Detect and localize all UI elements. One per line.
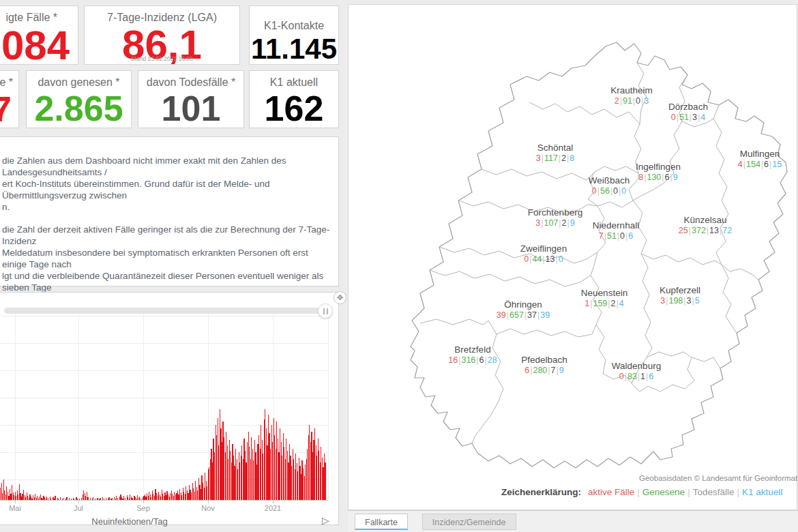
municipality-mulfingen[interactable]: Mulfingen4|154|6|15 [738,149,782,169]
pause-icon [323,308,325,314]
covid-dashboard: igte Fälle * 084 7-Tage-Inzidenz (LGA) 8… [0,0,798,532]
tick-label: Jul [74,504,83,512]
stat-label: davon Todesfälle * [138,76,243,89]
municipality-name: Pfedelbach [521,355,567,365]
municipality-weibach[interactable]: Weißbach0|56|0|0 [589,175,630,196]
info-panel: die Zahlen aus dem Dashboard nicht immer… [0,136,339,286]
stat-card-7-day-incidence: 7-Tage-Inzidenz (LGA) 86,1 Stand 23.02.2… [84,5,240,65]
stat-value: 101 [138,91,243,126]
municipality-name: Bretzfeld [448,344,497,355]
legend-title: Zeichenerklärung: [501,487,581,497]
stat-card-recovered: davon genesen * 2.865 [26,70,132,128]
municipality-case-numbers: 3|198|3|5 [660,296,700,306]
chart-bar [108,497,109,500]
municipality-name: Forchtenberg [528,207,582,218]
stat-card-deaths: davon Todesfälle * 101 [138,70,244,128]
municipality-case-numbers: 3|117|2|8 [536,153,575,163]
stat-value: 2.865 [27,91,131,126]
stat-timestamp: Stand 23.02.2021 16:00 [85,55,239,62]
stat-card-confirmed-cases: igte Fälle * 084 [0,5,78,65]
municipality-name: Schöntal [536,143,575,153]
chart-bar [87,497,88,500]
bar-chart-new-infections[interactable] [0,306,334,500]
tick-mark [208,500,209,503]
municipality-kupferzell[interactable]: Kupferzell3|198|3|5 [660,285,700,306]
municipality-ingelfingen[interactable]: Ingelfingen8|130|6|9 [636,162,681,182]
stat-card-k1-current: K1 aktuell 162 [249,70,339,128]
tab-fallkarte[interactable]: Fallkarte [355,514,408,530]
legend-item: aktive Fälle [588,487,634,497]
municipality-name: Niedernhall [593,220,639,231]
chart-bar [112,498,113,500]
tick-mark [143,500,144,503]
municipality-forchtenberg[interactable]: Forchtenberg3|107|2|9 [528,207,582,228]
municipality-case-numbers: 0|51|3|4 [668,113,708,122]
municipality-zweiflingen[interactable]: Zweiflingen0|44|13|0 [520,243,567,264]
chart-bar [63,498,64,500]
chart-bar [117,498,118,500]
municipality-waldenburg[interactable]: Waldenburg0|83|1|6 [612,361,661,381]
municipality-case-numbers: 0|56|0|0 [589,186,630,196]
municipality-niedernhall[interactable]: Niedernhall7|51|0|6 [593,220,639,241]
municipality-name: Waldenburg [612,361,661,371]
municipality-drzbach[interactable]: Dörzbach0|51|3|4 [668,102,708,122]
legend-item: Genesene [642,487,685,497]
chart-bar [100,498,101,500]
municipality-schntal[interactable]: Schöntal3|117|2|8 [536,143,575,163]
map-panel[interactable] [348,4,797,510]
time-slider-track[interactable] [4,308,325,314]
municipality-case-numbers: 3|107|2|9 [528,218,582,228]
pause-icon [327,308,328,314]
municipality-knzelsau[interactable]: Künzelsau25|372|13|72 [679,215,732,235]
chart-bar [74,499,74,500]
legend-item: K1 aktuell [742,487,782,497]
stat-label: davon genesen * [27,76,131,89]
tick-mark [15,500,16,503]
municipality-case-numbers: 39|657|37|39 [497,310,550,320]
legend-item: Todesfälle [693,487,735,497]
tick-label: Nov [201,504,215,512]
municipality-neuenstein[interactable]: Neuenstein1|159|2|4 [581,288,627,308]
stat-label: K1 aktuell [250,76,338,89]
tick-mark [273,500,274,503]
move-pan-icon[interactable]: ✥ [334,291,346,304]
chart-bar [104,499,104,500]
chart-bar [132,498,132,500]
municipality-case-numbers: 7|51|0|6 [593,231,639,241]
municipality-krautheim[interactable]: Krautheim2|91|0|3 [610,85,653,106]
municipality-hringen[interactable]: Öhringen39|657|37|39 [497,299,550,320]
municipality-case-numbers: 0|83|1|6 [612,372,661,381]
x-axis [0,500,328,501]
stat-value: 084 [1,25,70,65]
municipality-case-numbers: 1|159|2|4 [581,299,627,308]
chart-bar [50,499,51,500]
stat-value: 11.145 [250,35,338,63]
chart-bar [79,499,80,500]
chart-bar [125,498,125,500]
municipality-bretzfeld[interactable]: Bretzfeld16|316|6|28 [448,344,497,365]
tick-mark [78,500,79,503]
chart-bar [66,497,67,500]
map-legend: Zeichenerklärung:aktive Fälle|Genesene|T… [501,487,782,497]
stat-value: 162 [250,91,338,126]
municipality-name: Mulfingen [738,149,782,159]
chart-bar [77,499,78,500]
stat-card-active-cases: e * 7 [0,70,19,128]
municipality-case-numbers: 16|316|6|28 [448,355,497,365]
chart-bar [48,498,48,500]
expand-panel-icon[interactable]: ▷ [322,515,329,526]
tick-label: Sep [136,504,150,512]
municipality-name: Neuenstein [581,288,627,298]
chart-bar [55,496,55,500]
map-attribution: Geobasisdaten © Landesamt für Geoinforma… [639,474,798,482]
tab-inzidenz-gemeinde[interactable]: Inzidenz/Gemeinde [422,514,516,530]
municipality-case-numbers: 4|154|6|15 [738,160,782,169]
chart-bar [69,498,70,500]
tick-label: Mai [9,504,21,512]
municipality-pfedelbach[interactable]: Pfedelbach6|280|7|9 [521,355,567,375]
municipality-case-numbers: 2|91|0|3 [610,96,653,106]
time-slider-handle[interactable] [318,304,333,319]
municipality-case-numbers: 0|44|13|0 [520,254,567,264]
chart-bar [325,462,325,500]
municipality-name: Ingelfingen [636,162,681,172]
